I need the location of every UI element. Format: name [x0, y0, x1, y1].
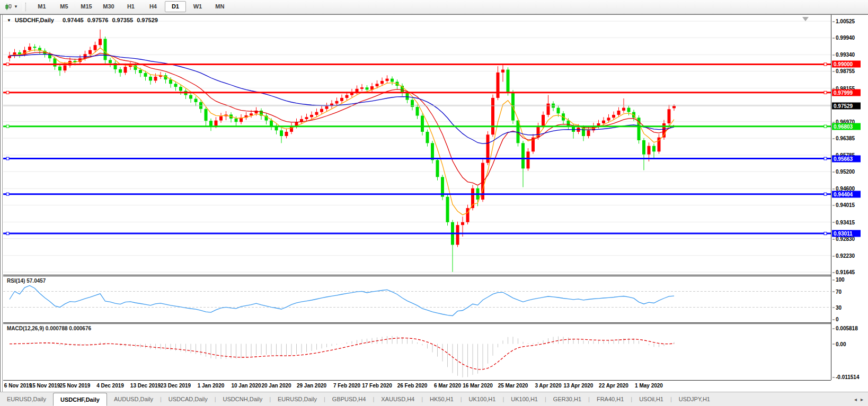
chart-tab-eurusd-daily[interactable]: EURUSD,Daily	[271, 392, 324, 406]
symbol-dropdown-icon[interactable]: ▼	[7, 18, 11, 23]
chart-tab-usdcad-daily[interactable]: USDCAD,Daily	[162, 392, 215, 406]
timeframe-button-w1[interactable]: W1	[187, 1, 208, 12]
candlestick-chart[interactable]	[3, 15, 831, 275]
ma-mid-line	[10, 52, 674, 185]
price-gridlines	[3, 21, 831, 272]
date-axis-label: 13 Dec 2019	[130, 383, 161, 389]
date-axis-label: 6 Mar 2020	[434, 383, 461, 389]
rsi-axis-label: 0	[832, 317, 839, 322]
timeframe-button-m30[interactable]: M30	[98, 1, 119, 12]
tab-scroll-right-icon[interactable]: ▸	[861, 396, 863, 402]
rsi-axis-label: 100	[832, 277, 845, 283]
candles	[8, 30, 676, 272]
ohlc-open: 0.97445	[63, 17, 84, 23]
rsi-line	[10, 285, 674, 315]
chart-tab-ger30-h1[interactable]: GER30,H1	[546, 392, 588, 406]
date-axis-label: 22 Apr 2020	[599, 383, 628, 389]
date-axis-label: 20 Jan 2020	[261, 383, 291, 389]
date-axis-label: 6 Nov 2019	[4, 383, 32, 389]
chart-tab-usdchf-daily[interactable]: USDCHF,Daily	[53, 393, 107, 406]
candlestick-glyph-icon	[5, 3, 12, 11]
macd-axis-label: 0.00	[832, 341, 846, 347]
chart-tab-uk100-h1[interactable]: UK100,H1	[504, 392, 545, 406]
timeframe-button-d1[interactable]: D1	[165, 1, 186, 12]
ohlc-close: 0.97529	[137, 17, 158, 23]
main-price-panel[interactable]: ▼ USDCHF,Daily 0.97445 0.97576 0.97355 0…	[3, 15, 831, 275]
macd-axis-label: -0.011514	[832, 374, 860, 380]
chart-shift-marker-icon[interactable]	[802, 17, 809, 21]
level-price-badge: 0.99000	[832, 61, 861, 68]
price-axis-label: 0.99940	[832, 35, 855, 41]
timeframe-button-h1[interactable]: H1	[120, 1, 141, 12]
chart-tab-audusd-daily[interactable]: AUDUSD,Daily	[107, 392, 160, 406]
price-axis-label: 0.94015	[832, 202, 855, 208]
price-axis-label: 0.96385	[832, 135, 855, 141]
date-axis-label: 1 Jan 2020	[198, 383, 225, 389]
date-axis-label: 16 Mar 2020	[463, 383, 493, 389]
date-axis-label: 13 Apr 2020	[564, 383, 594, 389]
price-axis-label: 0.95200	[832, 169, 855, 175]
ohlc-low: 0.97355	[112, 17, 133, 23]
chart-tab-xauusd-h4[interactable]: XAUUSD,H4	[374, 392, 421, 406]
macd-label: MACD(12,26,9) 0.000788 0.000676	[7, 326, 91, 331]
toolbar-grip	[23, 3, 26, 11]
horizontal-level-lines[interactable]	[3, 63, 831, 235]
price-axis-label: 0.99340	[832, 52, 855, 58]
rsi-chart[interactable]	[3, 276, 831, 322]
timeframe-button-m1[interactable]: M1	[31, 1, 52, 12]
current-price-badge: 0.97529	[832, 102, 861, 109]
panel-separator[interactable]	[3, 322, 831, 323]
chart-symbol-label: USDCHF,Daily	[15, 17, 54, 23]
price-axis-label: 0.98755	[832, 68, 855, 74]
chart-tab-usdcnh-daily[interactable]: USDCNH,Daily	[216, 392, 270, 406]
chart-window: ▼ USDCHF,Daily 0.97445 0.97576 0.97355 0…	[0, 14, 868, 392]
date-axis-label: 10 Jan 2020	[231, 383, 261, 389]
timeframe-toolbar: M1M5M15M30H1H4D1W1MN	[31, 1, 231, 12]
chart-tab-usoil-h1[interactable]: USOil,H1	[632, 392, 670, 406]
date-axis-label: 26 Feb 2020	[397, 383, 428, 389]
level-price-badge: 0.94404	[832, 191, 861, 197]
rsi-label: RSI(14) 57.0457	[7, 278, 46, 284]
level-price-badge: 0.93011	[832, 230, 861, 237]
date-axis-label: 29 Jan 2020	[297, 383, 326, 389]
chart-tab-usdjpy-h1[interactable]: USDJPY,H1	[672, 392, 717, 406]
date-axis-label: 23 Dec 2019	[161, 383, 191, 389]
rsi-axis-label: 30	[832, 304, 842, 310]
macd-panel[interactable]: MACD(12,26,9) 0.000788 0.000676	[3, 324, 831, 380]
chart-left-border	[2, 15, 3, 392]
macd-chart[interactable]	[3, 324, 831, 380]
timeframe-button-mn[interactable]: MN	[209, 1, 231, 12]
chart-title: ▼ USDCHF,Daily 0.97445 0.97576 0.97355 0…	[7, 17, 158, 23]
panel-separator[interactable]	[3, 275, 831, 275]
top-toolbar: ▼ M1M5M15M30H1H4D1W1MN	[0, 0, 868, 14]
date-axis-label: 17 Feb 2020	[362, 383, 392, 389]
timeframe-button-h4[interactable]: H4	[143, 1, 164, 12]
tab-scroll-left-icon[interactable]: ◂	[854, 396, 857, 402]
rsi-panel[interactable]: RSI(14) 57.0457	[3, 276, 831, 322]
date-axis-label: 4 Dec 2019	[96, 383, 124, 389]
window-left-edge	[0, 15, 1, 392]
ohlc-high: 0.97576	[87, 17, 109, 23]
tab-scroll-controls: ◂▸	[854, 392, 868, 406]
price-axis-label: 0.91645	[832, 269, 855, 275]
chart-tab-gbpusd-h4[interactable]: GBPUSD,H4	[325, 392, 373, 406]
chart-tab-eurusd-daily[interactable]: EURUSD,Daily	[0, 392, 53, 406]
chart-tab-hk50-h1[interactable]: HK50,H1	[423, 392, 460, 406]
price-axis[interactable]: 1.005250.999400.993400.987550.981550.975…	[831, 15, 868, 380]
macd-histogram	[10, 336, 674, 377]
time-axis[interactable]: 6 Nov 201915 Nov 201925 Nov 20194 Dec 20…	[3, 380, 831, 393]
chart-tab-uk100-h1[interactable]: UK100,H1	[462, 392, 503, 406]
price-axis-label: 1.00525	[832, 19, 855, 24]
macd-signal-line	[10, 338, 674, 369]
rsi-axis-label: 70	[832, 288, 842, 294]
date-axis-label: 7 Feb 2020	[333, 383, 360, 389]
timeframe-button-m5[interactable]: M5	[54, 1, 75, 12]
date-axis-label: 15 Nov 2019	[30, 383, 60, 389]
chart-tools-icon[interactable]: ▼	[3, 2, 20, 12]
chart-tab-fra40-h1[interactable]: FRA40,H1	[590, 392, 631, 406]
chart-panels: ▼ USDCHF,Daily 0.97445 0.97576 0.97355 0…	[3, 15, 831, 392]
price-axis-label: 0.92230	[832, 252, 855, 258]
macd-axis-label: 0.005818	[832, 326, 858, 331]
level-price-badge: 0.96803	[832, 123, 861, 130]
timeframe-button-m15[interactable]: M15	[76, 1, 97, 12]
